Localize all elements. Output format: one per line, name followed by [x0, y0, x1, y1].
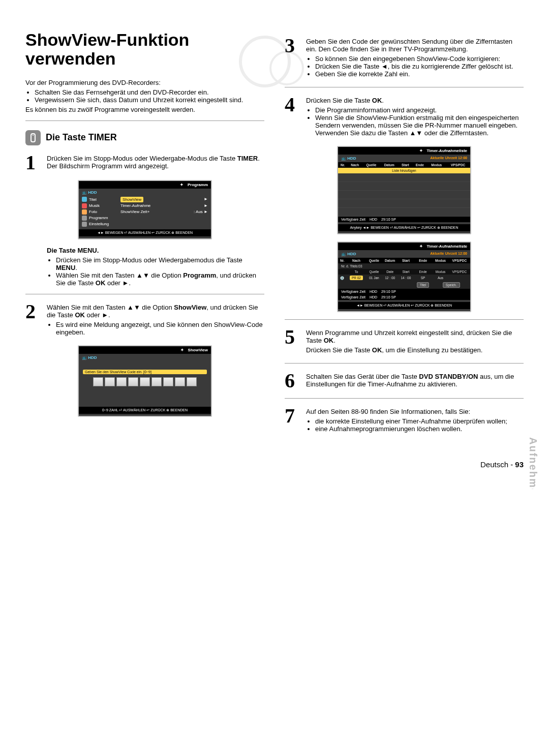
osd-footer: ◄► BEWEGEN ⏎ AUSWÄHLEN ↩ ZURÜCK ⊗ BEENDE…: [338, 302, 470, 309]
divider: [285, 363, 524, 364]
divider: [285, 87, 524, 87]
step-number: 2: [25, 301, 41, 338]
osd-footer: 0~9 ZAHL ⏎ AUSWÄHLEN ↩ ZURÜCK ⊗ BEENDEN: [79, 407, 211, 414]
step6-text: Schalten Sie das Gerät über die Taste DV…: [306, 373, 524, 388]
title-block: ShowView-Funktion verwenden: [25, 31, 264, 69]
intro-tail: Es können bis zu zwölf Programme voreing…: [25, 106, 264, 113]
osd-title: Timer-Aufnahmeliste: [338, 243, 470, 250]
osd-showview: ShowView 📺 HDD Geben Sie den ShowView Co…: [78, 345, 212, 417]
step-number: 7: [285, 406, 300, 435]
step7-text: Auf den Seiten 88-90 finden Sie Informat…: [306, 408, 524, 415]
osd-prompt: Geben Sie den ShowView Code ein. [0~9]: [83, 370, 207, 374]
step-number: 6: [285, 371, 300, 391]
step-2: 2 Wählen Sie mit den Tasten ▲▼ die Optio…: [25, 301, 264, 338]
osd-available: Verfügbare ZeitHDD29:10 SP: [338, 289, 470, 294]
step-5: 5 Wenn Programme und Uhrzeit korrekt ein…: [285, 327, 524, 356]
intro: Vor der Programmierung des DVD-Recorders…: [25, 79, 264, 113]
osd-table: Nr.NachQuelleDatumStartEndeModusVPS/PDC …: [338, 258, 470, 289]
osd-hdd: 📺 HDD Aktuelle Uhrzeit 12:00: [338, 155, 470, 162]
step4-bullet: Wenn Sie die ShowView-Funktion erstmalig…: [315, 114, 524, 137]
step-1: 1 Drücken Sie im Stopp-Modus oder Wieder…: [25, 153, 264, 173]
remote-icon: [25, 130, 41, 145]
divider: [25, 120, 264, 121]
step4-text: Drücken Sie die Taste OK.: [306, 97, 524, 104]
step2-text: Wählen Sie mit den Tasten ▲▼ die Option …: [47, 304, 264, 319]
step3-text: Geben Sie den Code der gewünschten Sendu…: [306, 38, 524, 53]
step-number: 5: [285, 327, 300, 356]
intro-lead: Vor der Programmierung des DVD-Recorders…: [25, 79, 264, 86]
step5-text2: Drücken Sie die Taste OK, um die Einstel…: [306, 346, 524, 354]
step-6: 6 Schalten Sie das Gerät über die Taste …: [285, 371, 524, 391]
step3-bullet: Geben Sie die korrekte Zahl ein.: [315, 70, 524, 78]
osd-hdd: 📺 HDD: [79, 354, 211, 361]
step-7: 7 Auf den Seiten 88-90 finden Sie Inform…: [285, 406, 524, 435]
osd-title: Timer-Aufnahmeliste: [338, 147, 470, 155]
step4-bullet: Die Programminformation wird angezeigt.: [315, 106, 524, 114]
divider: [285, 319, 524, 320]
menu-bullet: Drücken Sie im Stopp-Modus oder Wiederga…: [56, 256, 264, 271]
left-column: ShowView-Funktion verwenden Vor der Prog…: [25, 31, 264, 440]
code-input-row: [79, 374, 211, 389]
svg-point-1: [33, 135, 34, 136]
osd-table: Nr.NachQuelleDatumStartEndeModusVPS/PDC …: [338, 162, 470, 217]
osd-available: Verfügbare ZeitHDD29:10 SP: [338, 294, 470, 300]
menu-bullet: Wählen Sie mit den Tasten ▲▼ die Option …: [56, 271, 264, 287]
step1-text: Drücken Sie im Stopp-Modus oder Wiederga…: [47, 155, 264, 170]
step3-bullet: So können Sie den eingegebenen ShowView-…: [315, 55, 524, 63]
step-number: 4: [285, 95, 300, 139]
intro-bullet: Vergewissern Sie sich, dass Datum und Uh…: [35, 96, 264, 104]
osd-timerlist-empty: Timer-Aufnahmeliste 📺 HDD Aktuelle Uhrze…: [337, 146, 471, 234]
divider: [285, 398, 524, 399]
step-3: 3 Geben Sie den Code der gewünschten Sen…: [285, 36, 524, 80]
divider: [25, 294, 264, 294]
step7-bullet: die korrekte Einstellung einer Timer-Auf…: [315, 417, 524, 425]
page: ShowView-Funktion verwenden Vor der Prog…: [25, 31, 524, 469]
step3-bullet: Drücken Sie die Taste ◄, bis die zu korr…: [315, 63, 524, 70]
step2-bullet: Es wird eine Meldung angezeigt, und Sie …: [56, 321, 264, 336]
osd-title: ShowView: [79, 346, 211, 354]
osd-programm: Programm 📺 HDD TitelShowView► MusikTimer…: [78, 180, 212, 239]
osd-timerlist-edit: Timer-Aufnahmeliste 📺 HDD Aktuelle Uhrze…: [337, 241, 471, 312]
side-tab: Aufnehmen: [527, 437, 539, 489]
page-footer: Deutsch - 93: [25, 460, 524, 469]
intro-bullet: Schalten Sie das Fernsehgerät und den DV…: [35, 88, 264, 96]
step5-text: Wenn Programme und Uhrzeit korrekt einge…: [306, 329, 524, 344]
osd-hdd: 📺 HDD: [79, 189, 211, 196]
osd-footer: Anykey ◄► BEWEGEN ⏎ AUSWÄHLEN ↩ ZURÜCK ⊗…: [338, 224, 470, 231]
step-number: 1: [25, 153, 41, 173]
step7-bullet: eine Aufnahmeprogrammierungen löschen wo…: [315, 425, 524, 433]
section-timer: Die Taste TIMER: [25, 130, 264, 145]
osd-title: Programm: [79, 181, 211, 189]
osd-hdd: 📺 HDD Aktuelle Uhrzeit 12:00: [338, 250, 470, 258]
right-column: 3 Geben Sie den Code der gewünschten Sen…: [285, 31, 524, 440]
page-title: ShowView-Funktion verwenden: [25, 31, 264, 69]
menu-subhead: Die Taste MENU.: [47, 247, 264, 254]
section-timer-title: Die Taste TIMER: [46, 132, 117, 143]
osd-available: Verfügbare ZeitHDD29:10 SP: [338, 217, 470, 222]
osd-footer: ◄► BEWEGEN ⏎ AUSWÄHLEN ↩ ZURÜCK ⊗ BEENDE…: [79, 229, 211, 236]
step-4: 4 Drücken Sie die Taste OK. Die Programm…: [285, 95, 524, 139]
